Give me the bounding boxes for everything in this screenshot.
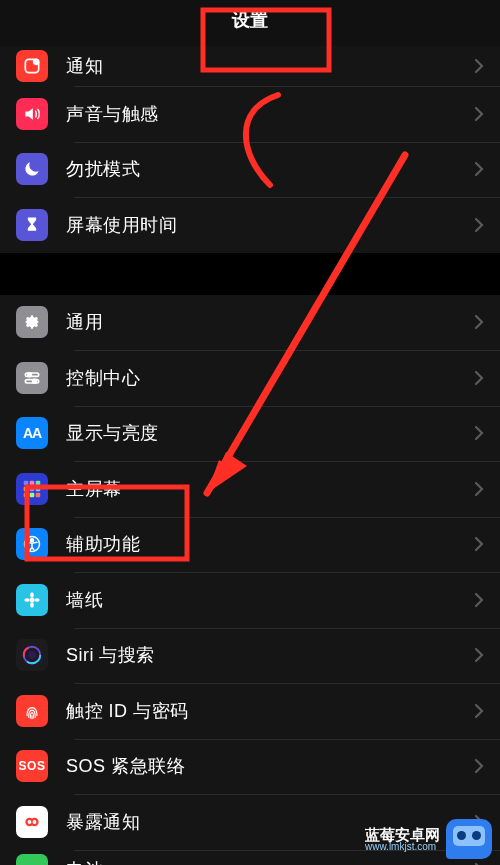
row-label: SOS 紧急联络 (66, 754, 474, 778)
row-label: 显示与亮度 (66, 421, 474, 445)
row-label: 主屏幕 (66, 477, 474, 501)
svg-rect-14 (36, 492, 41, 497)
row-accessibility[interactable]: 辅助功能 (0, 517, 500, 573)
row-label: 墙纸 (66, 588, 474, 612)
watermark: 蓝莓安卓网 www.lmkjst.com (365, 819, 492, 859)
row-label: 辅助功能 (66, 532, 474, 556)
svg-point-18 (30, 592, 34, 597)
row-label: 勿扰模式 (66, 157, 474, 181)
chevron-right-icon (474, 703, 484, 719)
row-dnd[interactable]: 勿扰模式 (0, 142, 500, 198)
svg-rect-7 (30, 481, 35, 486)
settings-screen: 设置 通知 声音与触感 (0, 0, 500, 865)
moon-icon (16, 153, 48, 185)
svg-rect-6 (24, 481, 29, 486)
chevron-right-icon (474, 314, 484, 330)
row-touchid[interactable]: 触控 ID 与密码 (0, 683, 500, 739)
gear-icon (16, 306, 48, 338)
svg-point-1 (34, 59, 39, 64)
chevron-right-icon (474, 425, 484, 441)
sliders-icon (16, 362, 48, 394)
chevron-right-icon (474, 647, 484, 663)
svg-point-5 (33, 379, 37, 383)
row-controlcenter[interactable]: 控制中心 (0, 350, 500, 406)
chevron-right-icon (474, 481, 484, 497)
row-sounds[interactable]: 声音与触感 (0, 86, 500, 142)
svg-point-19 (30, 602, 34, 607)
sos-icon: SOS (16, 750, 48, 782)
row-homescreen[interactable]: 主屏幕 (0, 461, 500, 517)
svg-rect-8 (36, 481, 41, 486)
chevron-right-icon (474, 370, 484, 386)
notifications-icon (16, 50, 48, 82)
chevron-right-icon (474, 106, 484, 122)
chevron-right-icon (474, 536, 484, 552)
chevron-right-icon (474, 161, 484, 177)
chevron-right-icon (474, 862, 484, 866)
chevron-right-icon (474, 217, 484, 233)
header: 设置 (0, 0, 500, 46)
row-siri[interactable]: Siri 与搜索 (0, 628, 500, 684)
svg-point-21 (34, 598, 39, 602)
display-aa-icon: AA (16, 417, 48, 449)
accessibility-icon (16, 528, 48, 560)
fingerprint-icon (16, 695, 48, 727)
svg-point-25 (28, 651, 36, 659)
svg-rect-10 (30, 486, 35, 491)
svg-rect-11 (36, 486, 41, 491)
svg-point-20 (24, 598, 29, 602)
page-title: 设置 (232, 10, 268, 30)
svg-point-17 (30, 597, 35, 602)
exposure-icon (16, 806, 48, 838)
row-label: 控制中心 (66, 366, 474, 390)
row-general[interactable]: 通用 (0, 295, 500, 351)
row-sos[interactable]: SOS SOS 紧急联络 (0, 739, 500, 795)
home-grid-icon (16, 473, 48, 505)
svg-point-28 (28, 820, 32, 824)
chevron-right-icon (474, 58, 484, 74)
row-notifications[interactable]: 通知 (0, 46, 500, 86)
row-wallpaper[interactable]: 墙纸 (0, 572, 500, 628)
row-label: Siri 与搜索 (66, 643, 474, 667)
siri-icon (16, 639, 48, 671)
svg-rect-13 (30, 492, 35, 497)
svg-rect-12 (24, 492, 29, 497)
svg-point-29 (33, 820, 37, 824)
row-label: 通知 (66, 54, 474, 78)
row-label: 通用 (66, 310, 474, 334)
battery-icon (16, 854, 48, 866)
svg-point-16 (31, 539, 34, 542)
svg-point-3 (28, 373, 32, 377)
settings-group-a: 通知 声音与触感 勿扰模式 (0, 46, 500, 253)
hourglass-icon (16, 209, 48, 241)
chevron-right-icon (474, 758, 484, 774)
speaker-icon (16, 98, 48, 130)
row-label: 声音与触感 (66, 102, 474, 126)
watermark-robot-icon (446, 819, 492, 859)
row-screentime[interactable]: 屏幕使用时间 (0, 197, 500, 253)
settings-group-b: 通用 控制中心 AA 显示与亮度 (0, 295, 500, 866)
watermark-url: www.lmkjst.com (365, 842, 440, 852)
watermark-title: 蓝莓安卓网 (365, 827, 440, 842)
chevron-right-icon (474, 592, 484, 608)
wallpaper-icon (16, 584, 48, 616)
svg-rect-9 (24, 486, 29, 491)
row-label: 屏幕使用时间 (66, 213, 474, 237)
row-display[interactable]: AA 显示与亮度 (0, 406, 500, 462)
row-label: 触控 ID 与密码 (66, 699, 474, 723)
